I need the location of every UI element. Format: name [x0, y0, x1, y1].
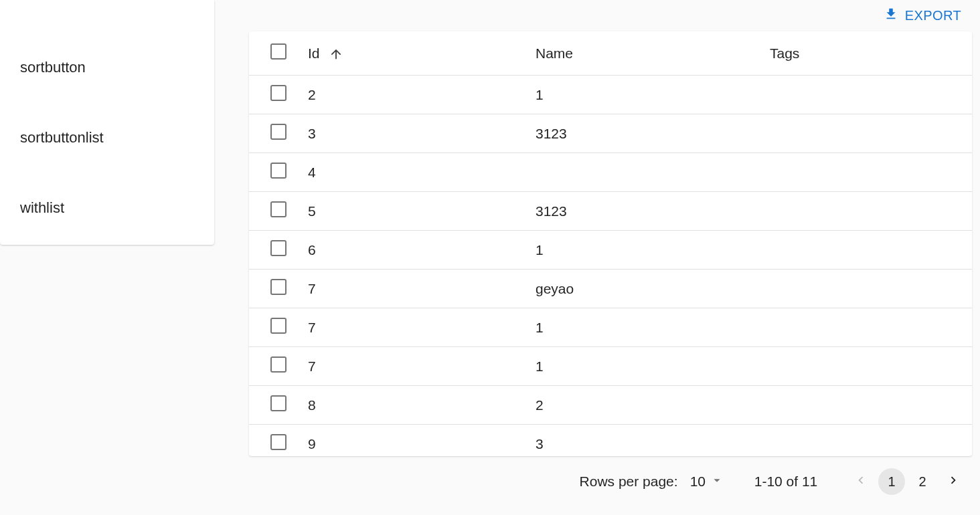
sidebar: basic sortbutton sortbuttonlist withlist — [0, 0, 214, 245]
cell-name: geyao — [527, 270, 762, 308]
cell-id: 4 — [300, 153, 527, 192]
select-all-checkbox[interactable] — [270, 43, 287, 60]
sidebar-item-sortbuttonlist[interactable]: sortbuttonlist — [0, 102, 214, 173]
row-checkbox[interactable] — [270, 201, 287, 217]
cell-tags — [762, 347, 972, 386]
cell-id: 2 — [300, 76, 527, 114]
row-checkbox[interactable] — [270, 356, 287, 373]
table-row: 7geyao — [249, 270, 972, 308]
cell-tags — [762, 270, 972, 308]
table-row: 93 — [249, 425, 972, 456]
row-checkbox[interactable] — [270, 163, 287, 179]
cell-name: 1 — [527, 308, 762, 347]
page-number: 2 — [918, 474, 926, 490]
table-row: 4 — [249, 153, 972, 192]
sidebar-item-withlist[interactable]: withlist — [0, 173, 214, 243]
column-header-name[interactable]: Name — [527, 31, 762, 76]
cell-id: 8 — [300, 386, 527, 425]
page-2-button[interactable]: 2 — [909, 468, 936, 495]
cell-tags — [762, 114, 972, 153]
chevron-left-icon — [853, 473, 868, 491]
data-table: Id Name Tags 2133123453123617gey — [249, 31, 972, 456]
cell-id: 3 — [300, 114, 527, 153]
cell-id: 6 — [300, 231, 527, 270]
cell-name: 3123 — [527, 114, 762, 153]
cell-name: 1 — [527, 231, 762, 270]
download-icon — [884, 7, 898, 25]
column-header-id[interactable]: Id — [300, 31, 527, 76]
table-row: 82 — [249, 386, 972, 425]
table-row: 71 — [249, 347, 972, 386]
rows-per-page-value: 10 — [690, 474, 706, 490]
cell-tags — [762, 308, 972, 347]
cell-name: 1 — [527, 76, 762, 114]
pagination-controls: 1 2 — [847, 468, 967, 495]
table-row: 71 — [249, 308, 972, 347]
prev-page-button[interactable] — [847, 468, 874, 495]
cell-name — [527, 153, 762, 192]
column-label: Name — [536, 45, 573, 61]
row-checkbox[interactable] — [270, 240, 287, 256]
cell-name: 2 — [527, 386, 762, 425]
rows-per-page-label: Rows per page: — [580, 474, 678, 490]
cell-name: 3123 — [527, 192, 762, 231]
column-label: Id — [308, 45, 320, 61]
table-row: 61 — [249, 231, 972, 270]
cell-tags — [762, 192, 972, 231]
sidebar-item-sortbutton[interactable]: sortbutton — [0, 32, 214, 102]
toolbar: EXPORT — [249, 0, 972, 31]
sidebar-item-label: sortbutton — [20, 59, 86, 76]
cell-name: 1 — [527, 347, 762, 386]
table-row: 53123 — [249, 192, 972, 231]
cell-tags — [762, 153, 972, 192]
column-header-tags[interactable]: Tags — [762, 31, 972, 76]
main-content: EXPORT Id — [214, 0, 980, 515]
table-row: 21 — [249, 76, 972, 114]
cell-tags — [762, 386, 972, 425]
row-checkbox[interactable] — [270, 395, 287, 411]
sidebar-item-basic[interactable]: basic — [0, 0, 214, 32]
export-label: EXPORT — [905, 8, 961, 23]
rows-per-page-select[interactable]: 10 — [690, 473, 724, 491]
cell-id: 5 — [300, 192, 527, 231]
cell-tags — [762, 76, 972, 114]
pagination-range: 1-10 of 11 — [746, 474, 826, 490]
rows-per-page: Rows per page: 10 — [580, 473, 724, 491]
table-header-row: Id Name Tags — [249, 31, 972, 76]
row-checkbox[interactable] — [270, 318, 287, 334]
sidebar-item-label: withlist — [20, 199, 64, 217]
cell-tags — [762, 425, 972, 456]
cell-id: 7 — [300, 347, 527, 386]
column-label: Tags — [770, 45, 799, 61]
table-row: 33123 — [249, 114, 972, 153]
table-footer: Rows per page: 10 1-10 of 11 1 — [249, 456, 972, 495]
export-button[interactable]: EXPORT — [878, 3, 967, 29]
row-checkbox[interactable] — [270, 279, 287, 295]
row-checkbox[interactable] — [270, 85, 287, 101]
next-page-button[interactable] — [940, 468, 967, 495]
sort-asc-icon — [329, 47, 343, 62]
cell-id: 7 — [300, 270, 527, 308]
cell-id: 7 — [300, 308, 527, 347]
page-1-button[interactable]: 1 — [878, 468, 905, 495]
row-checkbox[interactable] — [270, 124, 287, 140]
chevron-right-icon — [946, 473, 961, 491]
sidebar-item-label: basic — [20, 0, 54, 1]
row-checkbox[interactable] — [270, 434, 287, 450]
dropdown-icon — [710, 473, 724, 491]
cell-name: 3 — [527, 425, 762, 456]
page-number: 1 — [888, 474, 895, 490]
cell-tags — [762, 231, 972, 270]
cell-id: 9 — [300, 425, 527, 456]
sidebar-item-label: sortbuttonlist — [20, 129, 104, 146]
